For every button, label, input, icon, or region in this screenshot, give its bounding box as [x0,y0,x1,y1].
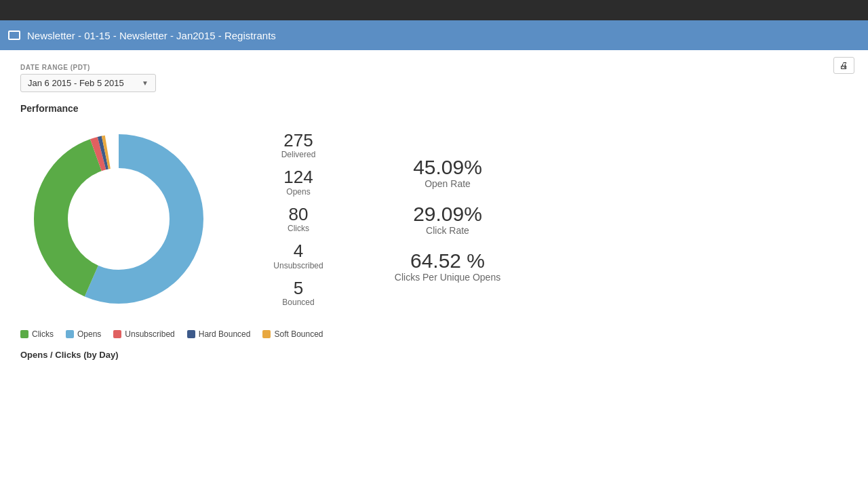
legend-hard-bounced: Hard Bounced [187,329,251,339]
legend-clicks: Clicks [20,329,54,339]
legend-opens-label: Opens [77,329,101,339]
clicks-number: 80 [258,205,339,224]
opens-stat: 124 Opens [258,167,339,197]
legend-opens: Opens [66,329,101,339]
donut-chart [20,121,217,317]
bounced-label: Bounced [258,298,339,307]
legend-clicks-label: Clicks [32,329,54,339]
unsubscribed-label: Unsubscribed [258,261,339,270]
legend-unsubscribed-label: Unsubscribed [125,329,174,339]
print-icon: 🖨 [840,60,848,70]
chart-legend: Clicks Opens Unsubscribed Hard Bounced S… [20,329,848,339]
click-rate-number: 29.09% [380,203,515,225]
date-range-dropdown[interactable]: Jan 6 2015 - Feb 5 2015 ▼ [20,74,156,92]
header-bar: Newsletter - 01-15 - Newsletter - Jan201… [0,20,868,50]
unsubscribed-dot [113,330,121,338]
unique-opens-label: Clicks Per Unique Opens [380,272,515,283]
open-rate-stat: 45.09% Open Rate [380,156,515,189]
unique-opens-number: 64.52 % [380,249,515,272]
chevron-down-icon: ▼ [142,79,149,87]
click-rate-label: Click Rate [380,225,515,236]
page-title: Newsletter - 01-15 - Newsletter - Jan201… [27,30,276,41]
date-range-value: Jan 6 2015 - Feb 5 2015 [28,78,124,88]
performance-title: Performance [20,103,848,114]
content-area: 🖨 DATE RANGE (PDT) Jan 6 2015 - Feb 5 20… [0,50,868,488]
svg-point-5 [70,170,167,268]
legend-unsubscribed: Unsubscribed [113,329,174,339]
legend-soft-bounced-label: Soft Bounced [274,329,323,339]
delivered-number: 275 [258,131,339,150]
date-range-label: DATE RANGE (PDT) [20,64,848,71]
opens-label: Opens [258,187,339,197]
clicks-stat: 80 Clicks [258,205,339,234]
legend-soft-bounced: Soft Bounced [262,329,323,339]
day-chart-title: Opens / Clicks (by Day) [20,350,848,360]
opens-number: 124 [258,167,339,187]
newsletter-icon [8,30,20,40]
delivered-label: Delivered [258,150,339,159]
bounced-stat: 5 Bounced [258,279,339,308]
delivered-stat: 275 Delivered [258,131,339,160]
open-rate-label: Open Rate [380,178,515,189]
hard-bounced-dot [187,330,195,338]
clicks-dot [20,330,28,338]
bounced-number: 5 [258,279,339,298]
print-button[interactable]: 🖨 [833,57,854,74]
stats-right: 45.09% Open Rate 29.09% Click Rate 64.52… [380,156,515,283]
unsubscribed-number: 4 [258,241,339,261]
soft-bounced-dot [262,330,271,338]
opens-dot [66,330,74,338]
click-rate-stat: 29.09% Click Rate [380,203,515,236]
unique-opens-stat: 64.52 % Clicks Per Unique Opens [380,249,515,283]
unsubscribed-stat: 4 Unsubscribed [258,241,339,270]
legend-hard-bounced-label: Hard Bounced [199,329,251,339]
clicks-label: Clicks [258,224,339,233]
stats-left: 275 Delivered 124 Opens 80 Clicks 4 Unsu… [258,131,339,308]
chart-stats-row: 275 Delivered 124 Opens 80 Clicks 4 Unsu… [20,121,848,317]
open-rate-number: 45.09% [380,156,515,178]
